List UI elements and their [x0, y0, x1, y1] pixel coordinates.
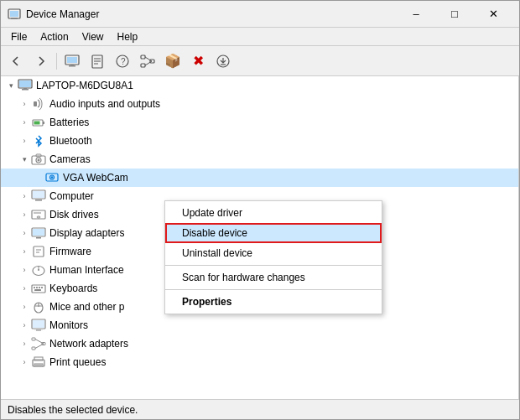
ctx-update-driver[interactable]: Update driver: [165, 203, 382, 223]
expand-root[interactable]: ▾: [4, 79, 18, 92]
expand-firmware[interactable]: ›: [18, 245, 31, 258]
svg-point-49: [38, 269, 39, 271]
tree-item-cameras[interactable]: ▾ Cameras: [1, 150, 518, 169]
forward-button[interactable]: [29, 49, 53, 73]
ctx-properties[interactable]: Properties: [165, 292, 382, 312]
svg-rect-51: [34, 287, 35, 288]
svg-rect-55: [34, 289, 41, 291]
device-manager-window: Device Manager – □ ✕ File Action View He…: [0, 0, 520, 420]
svg-rect-24: [34, 101, 37, 106]
mice-label: Mice and other p: [49, 301, 124, 313]
hid-label: Human Interface: [49, 264, 124, 276]
svg-text:?: ?: [121, 57, 126, 66]
expand-hid[interactable]: ›: [18, 263, 31, 277]
firmware-icon: [31, 244, 46, 259]
cameras-label: Cameras: [49, 153, 91, 165]
title-bar: Device Manager – □ ✕: [1, 1, 519, 28]
tree-item-batteries[interactable]: › Batteries: [1, 113, 518, 132]
menu-file[interactable]: File: [4, 29, 34, 44]
tree-item-root[interactable]: ▾ LAPTOP-M6DGU8A1: [1, 76, 518, 95]
svg-point-39: [37, 216, 40, 218]
root-label: LAPTOP-M6DGU8A1: [36, 80, 133, 91]
menu-help[interactable]: Help: [111, 29, 145, 44]
back-button[interactable]: [4, 49, 28, 73]
tree-item-monitors[interactable]: › Monitors: [1, 316, 518, 334]
svg-rect-64: [32, 347, 35, 350]
svg-rect-26: [43, 122, 44, 124]
svg-rect-37: [35, 200, 42, 201]
tree-item-vga-webcam[interactable]: VGA WebCam: [1, 169, 518, 187]
expand-disk[interactable]: ›: [18, 208, 31, 221]
svg-rect-62: [34, 329, 43, 330]
webcam-icon: [44, 170, 60, 185]
svg-rect-27: [34, 122, 40, 125]
bluetooth-icon: [31, 133, 46, 148]
network-label: Network adapters: [49, 338, 128, 350]
svg-rect-54: [41, 287, 43, 288]
batteries-label: Batteries: [49, 117, 89, 128]
menu-action[interactable]: Action: [34, 29, 75, 44]
expand-network[interactable]: ›: [18, 337, 31, 350]
expand-monitors[interactable]: ›: [18, 319, 31, 332]
print-label: Print queues: [49, 356, 106, 368]
computer-icon-btn[interactable]: [60, 49, 84, 73]
keyboard-icon: [31, 281, 46, 296]
expand-display[interactable]: ›: [18, 226, 31, 240]
status-bar: Disables the selected device.: [1, 399, 519, 419]
svg-rect-60: [33, 320, 44, 328]
toolbar-separator-1: [56, 53, 57, 70]
ctx-scan-hardware[interactable]: Scan for hardware changes: [165, 267, 382, 288]
uninstall-icon-btn[interactable]: ✖: [186, 49, 210, 73]
svg-rect-21: [19, 80, 31, 87]
svg-rect-23: [23, 88, 27, 90]
toolbar: ? 📦 ✖: [1, 46, 519, 76]
ctx-uninstall-device[interactable]: Uninstall device: [165, 243, 382, 263]
minimize-button[interactable]: –: [397, 1, 435, 28]
monitor-icon: [31, 318, 46, 333]
help-icon-btn[interactable]: ?: [111, 49, 134, 73]
context-menu: Update driver Disable device Uninstall d…: [164, 200, 382, 314]
ctx-separator: [165, 265, 382, 266]
window-title: Device Manager: [26, 8, 397, 20]
expand-audio[interactable]: ›: [18, 97, 31, 111]
close-button[interactable]: ✕: [474, 1, 512, 28]
computer-icon2: [31, 189, 46, 204]
maximize-button[interactable]: □: [435, 1, 474, 28]
expand-bluetooth[interactable]: ›: [18, 134, 31, 148]
computer-label: Computer: [49, 190, 94, 202]
properties-icon-btn[interactable]: [86, 49, 109, 73]
firmware-label: Firmware: [49, 246, 91, 257]
battery-icon: [31, 115, 46, 130]
svg-rect-42: [33, 229, 44, 236]
computer-icon: [18, 78, 33, 93]
svg-point-30: [38, 159, 40, 162]
expand-print[interactable]: ›: [18, 355, 31, 369]
svg-rect-13: [141, 55, 145, 59]
expand-computer[interactable]: ›: [18, 189, 31, 203]
network-icon-btn[interactable]: [136, 49, 159, 73]
expand-cameras[interactable]: ▾: [18, 153, 31, 166]
svg-rect-43: [36, 237, 41, 239]
expand-batteries[interactable]: ›: [18, 116, 31, 129]
expand-webcam: [31, 171, 44, 184]
window-icon: [8, 8, 21, 21]
tree-item-audio[interactable]: › Audio inputs and outputs: [1, 95, 518, 113]
download-icon-btn[interactable]: [211, 49, 235, 73]
svg-rect-44: [34, 246, 44, 257]
ctx-disable-device[interactable]: Disable device: [165, 223, 382, 243]
svg-point-34: [51, 176, 53, 178]
expand-mice[interactable]: ›: [18, 300, 31, 314]
svg-rect-53: [39, 287, 40, 288]
svg-rect-50: [32, 285, 45, 293]
expand-keyboards[interactable]: ›: [18, 282, 31, 295]
update-icon-btn[interactable]: 📦: [161, 49, 185, 73]
network-icon: [31, 336, 46, 351]
tree-item-network[interactable]: › Network adapters: [1, 334, 518, 353]
display-label: Display adapters: [49, 227, 124, 239]
tree-item-print[interactable]: › Print queues: [1, 353, 518, 371]
monitors-label: Monitors: [49, 319, 88, 331]
tree-item-bluetooth[interactable]: › Bluetooth: [1, 132, 518, 150]
svg-rect-52: [36, 287, 38, 288]
menu-view[interactable]: View: [75, 29, 111, 44]
webcam-label: VGA WebCam: [63, 172, 128, 184]
